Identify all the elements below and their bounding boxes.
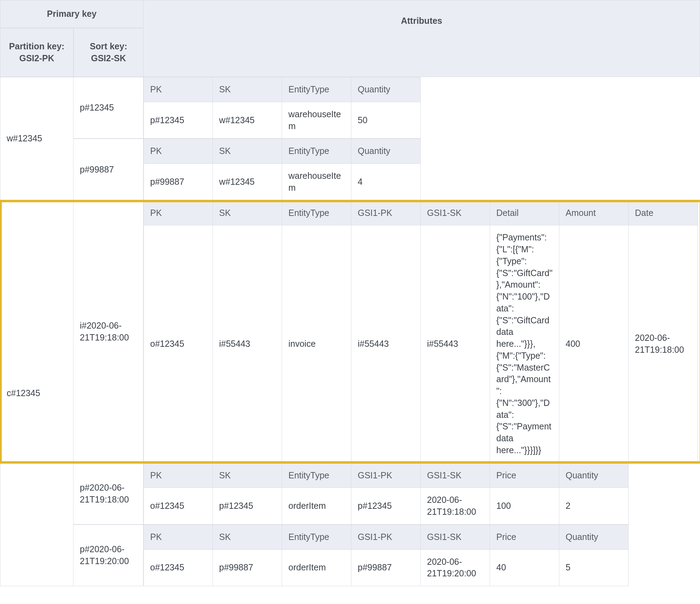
column-header: GSI1-SK — [421, 201, 490, 226]
column-header: Price — [490, 525, 559, 550]
cell-value: 2020-06-21T19:20:00 — [421, 550, 490, 587]
cell-value: 400 — [559, 225, 629, 463]
attribute-table: PKSKEntityTypeQuantityp#99887w#12345ware… — [144, 139, 421, 200]
table-body: w#12345p#12345PKSKEntityTypeQuantityp#12… — [0, 77, 700, 586]
table-row: p#99887PKSKEntityTypeQuantityp#99887w#12… — [74, 139, 700, 200]
cell-value: p#99887 — [144, 164, 213, 201]
column-header: Date — [629, 201, 698, 226]
column-header: EntityType — [282, 201, 351, 226]
column-header: Quantity — [351, 77, 421, 102]
column-header: Detail — [490, 201, 559, 226]
table-row: p#2020-06-21T19:18:00PKSKEntityTypeGSI1-… — [74, 463, 700, 525]
sort-key-cell: p#12345 — [74, 77, 144, 139]
cell-value: w#12345 — [213, 102, 282, 139]
table-row: p#2020-06-21T19:20:00PKSKEntityTypeGSI1-… — [74, 525, 700, 586]
column-header: Quantity — [559, 525, 629, 550]
column-header: GSI1-SK — [421, 525, 490, 550]
sort-key-header: Sort key: GSI2-SK — [74, 28, 144, 77]
cell-value: orderItem — [282, 550, 351, 587]
sort-key-cell: p#2020-06-21T19:20:00 — [74, 525, 144, 586]
cell-value: 5 — [559, 550, 629, 587]
cell-value: 2020-06-21T19:18:00 — [629, 225, 698, 463]
column-header: Amount — [559, 201, 629, 226]
cell-value: p#12345 — [351, 488, 421, 525]
table-row: p#12345PKSKEntityTypeQuantityp#12345w#12… — [74, 77, 700, 139]
partition-group: c#12345i#2020-06-21T19:18:00PKSKEntityTy… — [0, 201, 700, 587]
partition-key-header: Partition key: GSI2-PK — [0, 28, 74, 77]
column-header: SK — [213, 525, 282, 550]
sort-key-cell: p#2020-06-21T19:18:00 — [74, 463, 144, 525]
column-header: GSI1-PK — [351, 463, 421, 488]
column-header: SK — [213, 201, 282, 226]
column-header: PK — [144, 525, 213, 550]
cell-value: warehouseItem — [282, 102, 351, 139]
partition-key-cell: w#12345 — [0, 77, 74, 201]
cell-value: warehouseItem — [282, 164, 351, 201]
partition-key-cell: c#12345 — [0, 201, 74, 587]
column-header: Quantity — [351, 139, 421, 164]
sort-key-cell: i#2020-06-21T19:18:00 — [74, 201, 144, 463]
column-header: EntityType — [282, 139, 351, 164]
column-header: PK — [144, 201, 213, 226]
column-header: EntityType — [282, 525, 351, 550]
attribute-table: PKSKEntityTypeQuantityp#12345w#12345ware… — [144, 77, 421, 139]
cell-value: p#99887 — [351, 550, 421, 587]
column-header: EntityType — [282, 77, 351, 102]
partition-group: w#12345p#12345PKSKEntityTypeQuantityp#12… — [0, 77, 700, 201]
cell-value: 40 — [490, 550, 559, 587]
column-header: PK — [144, 463, 213, 488]
dynamodb-table-viewer: Primary key Partition key: GSI2-PK Sort … — [0, 0, 700, 586]
column-header: GSI1-PK — [351, 525, 421, 550]
sort-key-cell: p#99887 — [74, 139, 144, 200]
cell-value: w#12345 — [213, 164, 282, 201]
attribute-table: PKSKEntityTypeGSI1-PKGSI1-SKPriceQuantit… — [144, 525, 629, 586]
cell-value: {"Payments":{"L":[{"M":{"Type":{"S":"Gif… — [490, 225, 559, 463]
cell-value: invoice — [282, 225, 351, 463]
cell-value: 50 — [351, 102, 421, 139]
cell-value: p#99887 — [213, 550, 282, 587]
column-header: GSI1-PK — [351, 201, 421, 226]
cell-value: o#12345 — [144, 550, 213, 587]
column-header: SK — [213, 77, 282, 102]
column-header: Price — [490, 463, 559, 488]
cell-value: o#12345 — [144, 488, 213, 525]
cell-value: 4 — [351, 164, 421, 201]
column-header: GSI1-SK — [421, 463, 490, 488]
attribute-table: PKSKEntityTypeGSI1-PKGSI1-SKPriceQuantit… — [144, 463, 629, 525]
attribute-table: PKSKEntityTypeGSI1-PKGSI1-SKDetailAmount… — [144, 201, 698, 463]
column-header: EntityType — [282, 463, 351, 488]
cell-value: i#55443 — [421, 225, 490, 463]
cell-value: i#55443 — [213, 225, 282, 463]
cell-value: 2020-06-21T19:18:00 — [421, 488, 490, 525]
primary-key-header-block: Primary key Partition key: GSI2-PK Sort … — [0, 0, 144, 77]
column-header: Quantity — [559, 463, 629, 488]
column-header: PK — [144, 139, 213, 164]
cell-value: p#12345 — [213, 488, 282, 525]
primary-key-header: Primary key — [0, 0, 144, 28]
column-header: SK — [213, 463, 282, 488]
column-header: PK — [144, 77, 213, 102]
attributes-header: Attributes — [144, 0, 700, 77]
cell-value: o#12345 — [144, 225, 213, 463]
cell-value: i#55443 — [351, 225, 421, 463]
column-header: SK — [213, 139, 282, 164]
cell-value: 2 — [559, 488, 629, 525]
cell-value: orderItem — [282, 488, 351, 525]
cell-value: 100 — [490, 488, 559, 525]
cell-value: p#12345 — [144, 102, 213, 139]
table-row: i#2020-06-21T19:18:00PKSKEntityTypeGSI1-… — [74, 201, 700, 463]
